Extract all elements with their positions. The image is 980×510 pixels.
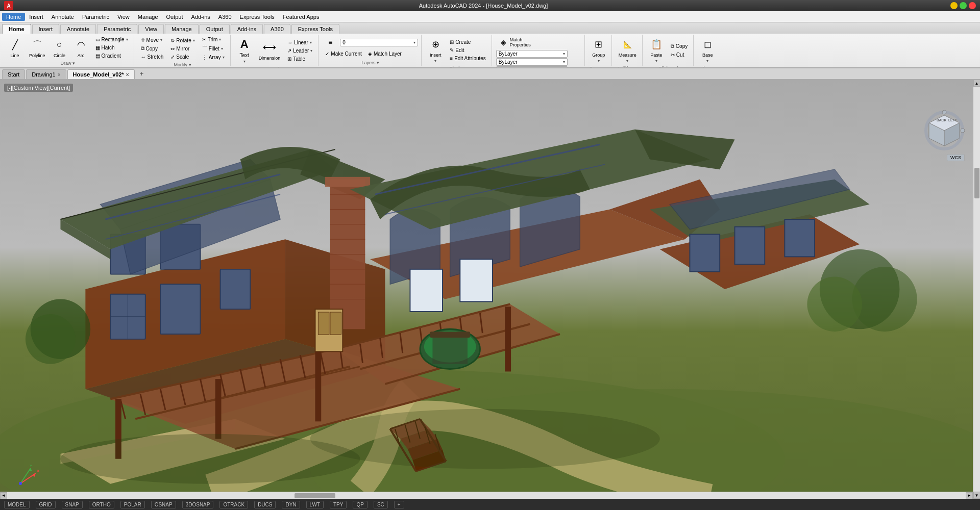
menu-insert[interactable]: Insert	[25, 13, 47, 21]
stretch-button[interactable]: ↔ Stretch	[138, 53, 166, 61]
menu-parametric[interactable]: Parametric	[78, 13, 113, 21]
trim-icon: ✂	[202, 37, 206, 42]
maximize-button[interactable]	[960, 2, 967, 9]
tab-parametric[interactable]: Parametric	[97, 24, 137, 34]
rectangle-button[interactable]: ▭ Rectangle ▾	[93, 36, 131, 43]
array-button[interactable]: ⋮ Array ▾	[200, 54, 227, 61]
close-button[interactable]	[969, 2, 976, 9]
minimize-button[interactable]	[950, 2, 958, 9]
trim-button[interactable]: ✂ Trim ▾	[200, 36, 227, 43]
tab-output[interactable]: Output	[200, 24, 230, 34]
tab-home[interactable]: Home	[2, 24, 31, 34]
menu-a360[interactable]: A360	[214, 13, 236, 21]
menu-output[interactable]: Output	[162, 13, 187, 21]
match-properties-button[interactable]: ◈ MatchProperties	[496, 36, 533, 49]
tab-start[interactable]: Start	[2, 69, 25, 79]
status-ortho[interactable]: ORTHO	[89, 501, 114, 508]
properties-linetype-dropdown[interactable]: ByLayer ▾	[496, 66, 568, 67]
measure-button[interactable]: 📐 Measure ▾	[616, 36, 639, 65]
tab-a360[interactable]: A360	[264, 24, 290, 34]
linear-button[interactable]: ↔ Linear ▾	[285, 39, 315, 46]
status-3dosnap[interactable]: 3DOSNAP	[182, 501, 214, 508]
status-model[interactable]: MODEL	[4, 501, 30, 508]
hatch-button[interactable]: ▦ Hatch	[93, 44, 131, 52]
edit-attributes-button[interactable]: ≡ Edit Attributes	[447, 55, 488, 62]
status-add[interactable]: +	[394, 501, 404, 508]
tab-add-button[interactable]: +	[136, 68, 148, 79]
insert-button[interactable]: ⊕ Insert ▾	[426, 36, 445, 65]
h-scroll-thumb[interactable]	[295, 493, 335, 498]
match-props-icon: ◈	[499, 37, 509, 47]
group-button[interactable]: ⊞ Group ▾	[589, 36, 608, 65]
measure-icon: 📐	[620, 37, 634, 52]
properties-color-dropdown[interactable]: ByLayer ▾	[496, 58, 568, 66]
circle-button[interactable]: ○ Circle	[50, 36, 69, 60]
gradient-button[interactable]: ▤ Gradient	[93, 52, 131, 60]
arc-button[interactable]: ◠ Arc	[71, 36, 91, 60]
tab-view[interactable]: View	[138, 24, 164, 34]
leader-button[interactable]: ↗ Leader ▾	[285, 47, 315, 55]
trim-arrow: ▾	[219, 37, 221, 42]
svg-text:LEFT: LEFT	[948, 118, 958, 122]
fillet-button[interactable]: ⌒ Fillet ▾	[200, 44, 227, 53]
status-otrack[interactable]: OTRACK	[219, 501, 248, 508]
dimension-button[interactable]: ⟷ Dimension	[256, 39, 283, 62]
menu-annotate[interactable]: Annotate	[47, 13, 78, 21]
status-sc[interactable]: SC	[374, 501, 388, 508]
scroll-down-arrow[interactable]: ▼	[973, 492, 981, 499]
menu-view[interactable]: View	[113, 13, 134, 21]
tab-insert[interactable]: Insert	[32, 24, 60, 34]
scroll-right-arrow[interactable]: ►	[966, 492, 973, 499]
menu-addins[interactable]: Add-ins	[187, 13, 214, 21]
tab-manage[interactable]: Manage	[165, 24, 199, 34]
make-current-button[interactable]: ✓ Make Current	[323, 50, 364, 58]
layer-properties-button[interactable]: ≡	[323, 36, 338, 49]
move-button[interactable]: ✛ Move ▾	[138, 36, 166, 44]
status-snap[interactable]: SNAP	[62, 501, 83, 508]
status-qp[interactable]: QP	[353, 501, 367, 508]
status-grid[interactable]: GRID	[36, 501, 56, 508]
clipboard-copy-button[interactable]: ⧉ Copy	[668, 42, 690, 50]
text-button[interactable]: A Text ▾	[235, 36, 254, 65]
edit-button[interactable]: ✎ Edit	[447, 46, 488, 54]
tab-drawing1[interactable]: Drawing1 ×	[26, 69, 66, 79]
tab-house-model-close[interactable]: ×	[126, 72, 129, 78]
viewcube[interactable]: BACK LEFT WCS	[924, 110, 965, 151]
menu-home[interactable]: Home	[2, 13, 25, 21]
status-osnap[interactable]: OSNAP	[151, 501, 176, 508]
menu-express[interactable]: Express Tools	[236, 13, 279, 21]
polyline-button[interactable]: ⌒ Polyline	[27, 36, 48, 60]
modify-col3: ✂ Trim ▾ ⌒ Fillet ▾ ⋮ Array ▾	[200, 36, 227, 61]
tab-drawing1-close[interactable]: ×	[58, 72, 61, 78]
tab-annotate[interactable]: Annotate	[60, 24, 96, 34]
cut-button[interactable]: ✂ Cut	[668, 51, 690, 59]
create-button[interactable]: ⊞ Create	[447, 38, 488, 46]
status-ducs[interactable]: DUCS	[254, 501, 276, 508]
gradient-icon: ▤	[95, 53, 100, 59]
wcs-label[interactable]: WCS	[947, 154, 965, 161]
base-button[interactable]: ◻ Base ▾	[698, 36, 717, 65]
status-tpy[interactable]: TPY	[330, 501, 347, 508]
rotate-button[interactable]: ↻ Rotate ▾	[168, 37, 197, 44]
copy-button[interactable]: ⧉ Copy	[138, 44, 166, 53]
scroll-up-arrow[interactable]: ▲	[973, 80, 981, 87]
status-polar[interactable]: POLAR	[120, 501, 145, 508]
status-dyn[interactable]: DYN	[282, 501, 300, 508]
layer-dropdown[interactable]: 0 ▾	[340, 39, 418, 46]
tab-express[interactable]: Express Tools	[291, 24, 339, 34]
tab-addins[interactable]: Add-ins	[231, 24, 263, 34]
viewport[interactable]: [-][Custom View][Current] BACK LEFT WCS …	[0, 80, 980, 499]
v-scroll-thumb[interactable]	[974, 168, 979, 198]
scroll-left-arrow[interactable]: ◄	[0, 492, 7, 499]
menu-featured[interactable]: Featured Apps	[279, 13, 324, 21]
menu-manage[interactable]: Manage	[134, 13, 162, 21]
mirror-button[interactable]: ⇔ Mirror	[168, 45, 197, 53]
properties-bylayer-dropdown[interactable]: ByLayer ▾	[496, 50, 568, 58]
match-layer-button[interactable]: ◈ Match Layer	[365, 50, 404, 58]
tab-house-model[interactable]: House_Model_v02* ×	[67, 69, 135, 79]
line-button[interactable]: ╱ Line	[5, 36, 24, 60]
scale-button[interactable]: ⤢ Scale	[168, 53, 197, 61]
paste-button[interactable]: 📋 Paste ▾	[647, 36, 666, 65]
status-lwt[interactable]: LWT	[306, 501, 324, 508]
table-button[interactable]: ⊞ Table	[285, 55, 315, 63]
